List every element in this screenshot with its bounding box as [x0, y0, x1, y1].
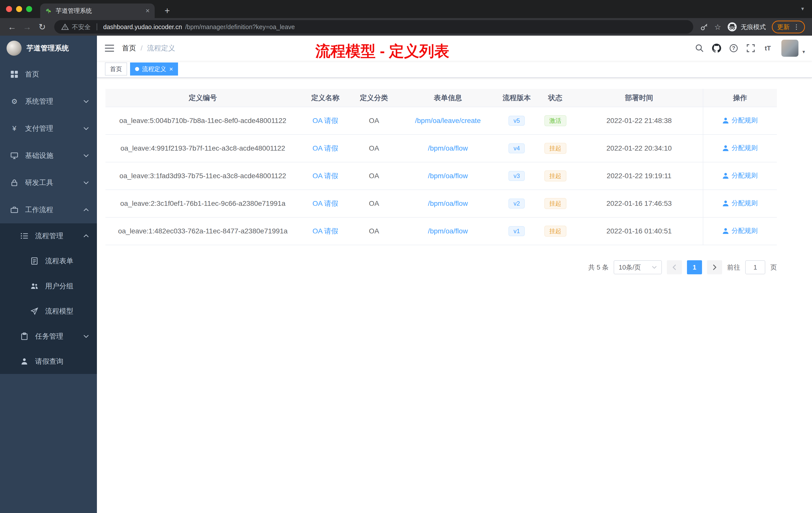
status-badge: 挂起: [544, 171, 567, 181]
hamburger-icon[interactable]: [97, 36, 122, 61]
form-info-link[interactable]: /bpm/oa/flow: [428, 200, 468, 207]
github-icon[interactable]: [710, 42, 723, 55]
sidebar-item-process-form[interactable]: 流程表单: [0, 248, 97, 274]
sidebar-item-workflow[interactable]: 工作流程: [0, 196, 97, 223]
sidebar-item-process-model[interactable]: 流程模型: [0, 299, 97, 324]
font-size-icon[interactable]: tT: [761, 42, 774, 55]
address-bar[interactable]: 不安全 dashboard.yudao.iocoder.cn/bpm/manag…: [54, 20, 693, 34]
assign-rule-button[interactable]: 分配规则: [722, 227, 757, 235]
prev-page-button[interactable]: [667, 260, 682, 274]
avatar-caret-icon[interactable]: ▾: [803, 49, 805, 55]
definition-name-link[interactable]: OA 请假: [312, 172, 338, 180]
goto-page-input[interactable]: [745, 260, 765, 274]
sidebar-logo[interactable]: 芋道管理系统: [0, 36, 97, 61]
breadcrumb-home[interactable]: 首页: [122, 43, 136, 53]
assign-rule-button[interactable]: 分配规则: [722, 171, 757, 180]
assign-rule-label: 分配规则: [731, 116, 757, 125]
sidebar-item-user-group[interactable]: 用户分组: [0, 274, 97, 299]
table-row: oa_leave:1:482ec033-762a-11ec-8477-a2380…: [106, 217, 777, 245]
close-window-button[interactable]: [6, 6, 12, 12]
definition-name-link[interactable]: OA 请假: [312, 227, 338, 235]
person-icon: [20, 358, 29, 365]
cell-definition-id: oa_leave:1:482ec033-762a-11ec-8477-a2380…: [106, 217, 300, 245]
chevron-down-icon: [83, 127, 89, 130]
gear-icon: ⚙: [10, 97, 19, 105]
forward-icon[interactable]: →: [20, 20, 34, 34]
definition-name-link[interactable]: OA 请假: [312, 117, 338, 124]
search-icon[interactable]: [693, 42, 706, 55]
assign-rule-label: 分配规则: [731, 144, 757, 152]
browser-toolbar: ← → ↻ 不安全 dashboard.yudao.iocoder.cn/bpm…: [0, 18, 812, 36]
page-1-button[interactable]: 1: [687, 260, 702, 274]
new-tab-button[interactable]: +: [161, 5, 174, 16]
pagination-total: 共 5 条: [588, 263, 609, 272]
assign-rule-button[interactable]: 分配规则: [722, 144, 757, 152]
sidebar-item-label: 流程表单: [45, 256, 73, 266]
form-info-link[interactable]: /bpm/oa/flow: [428, 172, 468, 180]
sidebar-item-home[interactable]: 首页: [0, 61, 97, 88]
sidebar-item-process-mgmt[interactable]: 流程管理: [0, 223, 97, 248]
goto-unit-label: 页: [770, 263, 777, 272]
col-form-info: 表单信息: [398, 89, 498, 107]
assign-rule-button[interactable]: 分配规则: [722, 116, 757, 125]
tag-close-icon[interactable]: ×: [169, 65, 173, 73]
minimize-window-button[interactable]: [16, 6, 22, 12]
assign-rule-label: 分配规则: [731, 199, 757, 208]
fullscreen-icon[interactable]: [744, 42, 757, 55]
col-definition-name: 定义名称: [300, 89, 350, 107]
incognito-badge: 无痕模式: [727, 22, 766, 32]
sidebar-item-label: 工作流程: [25, 205, 53, 215]
assign-rule-button[interactable]: 分配规则: [722, 199, 757, 208]
col-process-version: 流程版本: [498, 89, 535, 107]
cell-deploy-time: 2022-01-22 19:19:11: [576, 162, 703, 190]
password-key-icon[interactable]: [700, 23, 708, 31]
url-divider: [97, 23, 97, 30]
breadcrumb-current: 流程定义: [147, 43, 175, 53]
form-info-link[interactable]: /bpm/oa/flow: [428, 144, 468, 152]
version-badge: v3: [509, 171, 525, 181]
browser-tab[interactable]: 芋道管理系统 ×: [40, 3, 155, 18]
chevron-down-icon: [83, 181, 89, 184]
table-header-row: 定义编号 定义名称 定义分类 表单信息 流程版本 状态 部署时间 操作: [106, 89, 777, 107]
browser-menu-icon[interactable]: ⋮: [793, 23, 800, 31]
bookmark-star-icon[interactable]: ☆: [714, 23, 721, 31]
chevron-up-icon: [83, 208, 89, 212]
back-icon[interactable]: ←: [5, 20, 19, 34]
tag-process-definition[interactable]: 流程定义 ×: [130, 62, 178, 76]
main-panel: 首页 / 流程定义 ? tT ▾: [97, 36, 812, 513]
favicon: [45, 7, 52, 14]
col-status: 状态: [535, 89, 575, 107]
clipboard-icon: [20, 333, 29, 340]
cell-deploy-time: 2022-01-22 21:48:38: [576, 107, 703, 134]
sidebar-item-system[interactable]: ⚙ 系统管理: [0, 88, 97, 115]
pagination: 共 5 条 10条/页 1 前往 页: [106, 260, 777, 274]
sidebar-item-leave-query[interactable]: 请假查询: [0, 349, 97, 374]
sidebar-item-task-mgmt[interactable]: 任务管理: [0, 324, 97, 349]
chevron-up-icon: [83, 234, 89, 238]
update-button[interactable]: 更新 ⋮: [772, 21, 805, 33]
col-definition-id: 定义编号: [106, 89, 300, 107]
table-row: oa_leave:3:1fad3d93-7b75-11ec-a3c8-acde4…: [106, 162, 777, 190]
tab-search-chevron-icon[interactable]: ▾: [801, 5, 804, 12]
sidebar-item-infra[interactable]: 基础设施: [0, 142, 97, 169]
definition-name-link[interactable]: OA 请假: [312, 144, 338, 152]
sidebar-item-payment[interactable]: ¥ 支付管理: [0, 115, 97, 142]
sidebar-item-label: 基础设施: [25, 151, 53, 160]
form-info-link[interactable]: /bpm/oa/flow: [428, 227, 468, 235]
form-info-link[interactable]: /bpm/oa/leave/create: [415, 117, 481, 124]
sidebar-item-devtools[interactable]: 研发工具: [0, 169, 97, 196]
cell-definition-id: oa_leave:2:3c1f0ef1-76b1-11ec-9c66-a2380…: [106, 190, 300, 217]
help-icon[interactable]: ?: [727, 42, 740, 55]
tag-home[interactable]: 首页: [105, 62, 127, 76]
page-size-select[interactable]: 10条/页: [614, 260, 662, 274]
next-page-button[interactable]: [707, 260, 722, 274]
security-label[interactable]: 不安全: [72, 23, 91, 31]
avatar[interactable]: [781, 40, 799, 57]
monitor-icon: [10, 152, 19, 159]
browser-tabstrip: 芋道管理系统 × + ▾: [0, 0, 812, 18]
tab-close-icon[interactable]: ×: [146, 7, 150, 15]
sidebar-item-label: 请假查询: [35, 357, 63, 366]
reload-icon[interactable]: ↻: [35, 20, 49, 34]
definition-name-link[interactable]: OA 请假: [312, 200, 338, 207]
zoom-window-button[interactable]: [26, 6, 32, 12]
